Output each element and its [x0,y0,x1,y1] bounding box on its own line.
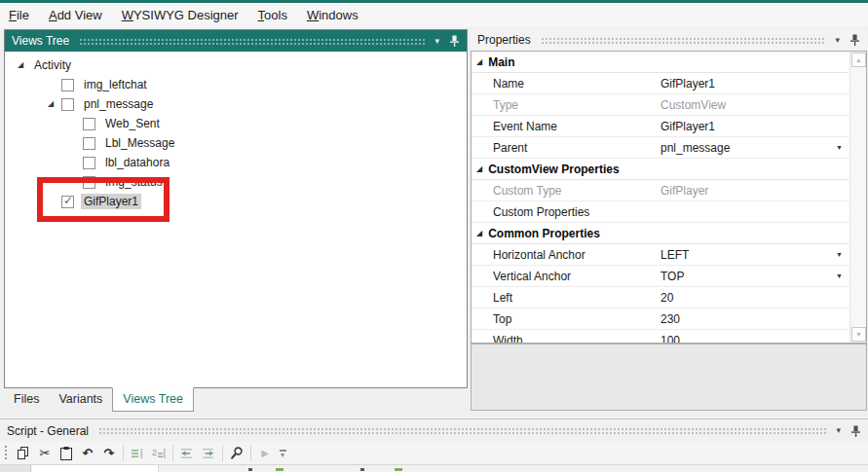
dropdown-arrow-icon[interactable]: ▼ [836,144,843,151]
prop-value[interactable]: 20 [660,291,673,305]
dropdown-arrow-icon[interactable]: ▼ [836,251,843,258]
toolbar-separator [172,445,173,461]
clipped-text-mark [248,468,252,471]
toolbar-separator [222,445,223,461]
prop-row-event-name[interactable]: Event Name GifPlayer1 [472,116,849,137]
tab-files[interactable]: Files [4,388,49,411]
comment-icon[interactable] [127,443,148,464]
script-toolbar: ✂ ↶ ↷ 2 ▶ ▾ [0,442,868,465]
script-editor-clipped-row [0,465,868,472]
panel-menu-icon[interactable]: ▾ [434,37,439,46]
prop-row-parent[interactable]: Parent pnl_message ▼ [472,137,849,159]
menu-file[interactable]: File [1,4,37,26]
prop-value[interactable]: 100 [660,334,680,345]
redo-icon[interactable]: ↷ [98,443,120,464]
group-expander-icon: ◢ [476,57,482,66]
group-main[interactable]: ◢ Main [472,52,849,73]
svg-text:2: 2 [152,447,157,456]
toolbar-separator [123,445,124,461]
prop-value[interactable]: LEFT [660,248,689,262]
menu-wysiwyg-designer[interactable]: WYSIWYG Designer [114,4,246,26]
properties-header: Properties ▾ [471,29,867,51]
properties-empty-area [471,344,867,411]
editor-cell [32,465,159,472]
menu-bar: File Add View WYSIWYG Designer Tools Win… [0,3,868,27]
prop-row-custom-type: Custom Type GifPlayer [472,180,849,201]
dock-header-pattern [98,427,826,434]
outdent-icon[interactable] [176,443,198,464]
scroll-down-icon[interactable]: ▼ [851,327,866,342]
tree-item-lbl-message[interactable]: Lbl_Message [5,133,467,153]
group-customview-properties[interactable]: ◢ CustomView Properties [472,159,849,180]
prop-row-left[interactable]: Left 20 [472,287,849,309]
scroll-up-icon[interactable]: ▲ [851,53,866,67]
cut-icon[interactable]: ✂ [34,443,56,464]
prop-row-vertical-anchor[interactable]: Vertical Anchor TOP ▼ [472,266,849,287]
tree-item-img-leftchat[interactable]: img_leftchat [5,75,467,94]
script-general-title: Script - General [7,424,89,438]
pin-icon[interactable] [850,425,861,437]
tree-item-web-sent[interactable]: Web_Sent [5,114,467,133]
prop-row-horizontal-anchor[interactable]: Horizontal Anchor LEFT ▼ [472,244,849,266]
dock-header-pattern [79,38,425,45]
paste-icon[interactable] [56,443,77,464]
checkbox[interactable] [83,157,95,169]
script-general-panel: Script - General ▾ ✂ ↶ ↷ 2 [0,418,868,472]
script-general-header: Script - General ▾ [0,419,868,442]
tree-item-pnl-message[interactable]: ◢ pnl_message [5,94,467,114]
dock-header-pattern [541,37,826,44]
checkbox[interactable] [61,79,74,91]
clipped-text-mark [360,468,364,471]
pin-icon[interactable] [449,35,460,47]
uncomment-icon[interactable]: 2 [148,443,170,464]
toolbar-separator [250,445,251,461]
undo-icon[interactable]: ↶ [77,443,98,464]
editor-gutter [0,465,31,472]
prop-row-name[interactable]: Name GifPlayer1 [472,73,849,94]
prop-row-top[interactable]: Top 230 [472,309,849,330]
prop-value[interactable]: GifPlayer1 [660,77,715,91]
menu-add-view[interactable]: Add View [41,4,110,26]
run-icon[interactable]: ▶ [254,443,276,464]
annotation-highlight-rect [37,177,170,222]
expander-icon[interactable]: ◢ [18,55,31,75]
properties-title: Properties [477,33,531,47]
prop-row-width[interactable]: Width 100 [472,330,849,344]
tab-views-tree[interactable]: Views Tree [112,387,194,412]
pin-icon[interactable] [849,34,860,46]
tree-item-lbl-datahora[interactable]: lbl_datahora [5,153,467,172]
prop-value[interactable]: 230 [660,312,680,326]
prop-row-type: Type CustomView [472,94,849,116]
checkbox[interactable] [83,118,95,130]
prop-value[interactable]: pnl_message [660,141,730,155]
expander-icon[interactable]: ◢ [48,94,61,114]
tree-item-activity[interactable]: ◢ Activity [5,55,467,75]
scrollbar[interactable]: ▲ ▼ [849,52,866,343]
views-tree-title: Views Tree [12,34,69,48]
indent-icon[interactable] [198,443,219,464]
clipped-text-mark [395,468,402,471]
search-icon[interactable] [226,443,247,464]
prop-value: CustomView [660,98,726,112]
dropdown-arrow-icon[interactable]: ▼ [836,272,843,279]
copy-icon[interactable] [13,443,34,464]
group-common-properties[interactable]: ◢ Common Properties [472,223,849,244]
checkbox[interactable] [61,98,74,111]
properties-panel: Properties ▾ ◢ Main Name GifPlayer1 Type… [471,29,867,411]
checkbox[interactable] [83,137,95,150]
menu-tools[interactable]: Tools [250,4,295,26]
panel-menu-icon[interactable]: ▾ [835,36,840,45]
designer-tab-strip: Files Variants Views Tree [4,388,194,413]
prop-value: GifPlayer [660,184,708,198]
toolbar-grip-handle[interactable] [4,445,9,461]
toolbar-overflow-icon[interactable]: ▾ [276,450,289,457]
menu-windows[interactable]: Windows [299,4,366,26]
property-grid: ◢ Main Name GifPlayer1 Type CustomView E… [471,51,867,344]
tab-variants[interactable]: Variants [49,388,112,411]
clipped-text-mark [276,468,283,471]
prop-value[interactable]: GifPlayer1 [660,120,715,133]
views-tree-header: Views Tree ▾ [5,30,467,52]
panel-menu-icon[interactable]: ▾ [836,426,841,435]
prop-value[interactable]: TOP [660,270,684,283]
prop-row-custom-properties[interactable]: Custom Properties [472,201,849,223]
